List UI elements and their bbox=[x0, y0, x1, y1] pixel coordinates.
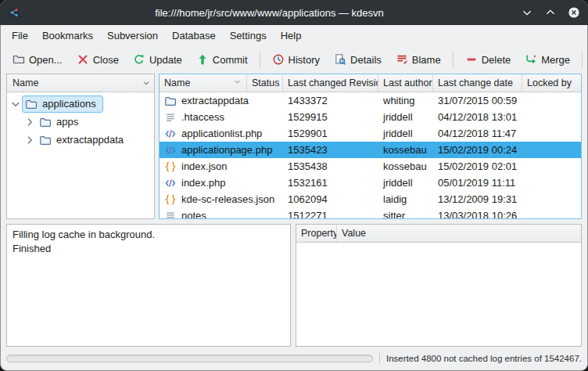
tree-item-label: apps bbox=[56, 116, 78, 128]
folder-open-icon bbox=[13, 53, 25, 66]
tree-item-selection: applications bbox=[22, 95, 103, 113]
file-name: index.php bbox=[181, 177, 225, 189]
file-author: kossebau bbox=[378, 144, 433, 156]
open-button[interactable]: Open... bbox=[6, 49, 69, 70]
file-date: 15/02/2019 02:01 bbox=[433, 160, 522, 172]
menu-help[interactable]: Help bbox=[274, 27, 309, 44]
menu-settings[interactable]: Settings bbox=[223, 27, 274, 44]
kdesvn-window: file:///home/jr/src/www/www/applications… bbox=[0, 0, 588, 371]
tree-item-content: apps bbox=[36, 113, 85, 131]
tree-item-extractappdata[interactable]: extractappdata bbox=[7, 131, 154, 149]
history-button-label: History bbox=[289, 54, 320, 66]
file-row-htaccess[interactable]: .htaccess 1529915 jriddell 04/12/2018 13… bbox=[160, 109, 581, 125]
close-button-label: Close bbox=[93, 54, 119, 66]
window-controls bbox=[520, 6, 580, 20]
file-name: index.json bbox=[181, 160, 228, 172]
statusbar: Inserted 4800 not cached log entries of … bbox=[6, 352, 582, 365]
commit-button-label: Commit bbox=[213, 54, 248, 66]
toolbar-separator bbox=[453, 51, 454, 68]
minimize-button[interactable] bbox=[520, 6, 533, 20]
delete-button[interactable]: Delete bbox=[459, 49, 518, 70]
file-revision: 1529915 bbox=[283, 111, 378, 123]
blame-button[interactable]: Blame bbox=[389, 49, 447, 70]
column-header-date[interactable]: Last change date bbox=[433, 74, 522, 92]
commit-button[interactable]: Commit bbox=[190, 49, 254, 70]
file-date: 05/01/2019 11:11 bbox=[433, 177, 522, 189]
folder-icon bbox=[39, 134, 52, 146]
update-button[interactable]: Update bbox=[127, 49, 188, 70]
menu-bookmarks[interactable]: Bookmarks bbox=[35, 27, 100, 44]
file-row-applicationpage-php[interactable]: applicationpage.php 1535423 kossebau 15/… bbox=[160, 142, 581, 158]
merge-button-label: Merge bbox=[541, 54, 570, 66]
column-header-property[interactable]: Property bbox=[296, 225, 337, 242]
tree-item-apps[interactable]: apps bbox=[7, 113, 154, 131]
expander-open-icon[interactable] bbox=[9, 98, 22, 110]
document-close-icon bbox=[77, 53, 89, 66]
close-button[interactable]: Close bbox=[70, 49, 125, 70]
file-row-notes[interactable]: notes 1512271 sitter 13/03/2018 10:26 bbox=[160, 207, 581, 218]
file-date: 04/12/2018 13:01 bbox=[433, 111, 522, 123]
tree-item-label: extractappdata bbox=[56, 134, 124, 146]
top-split: Name applications bbox=[6, 74, 582, 219]
file-revision: 1433372 bbox=[283, 95, 378, 106]
file-name-cell: extractappdata bbox=[160, 95, 247, 107]
file-date: 13/12/2009 19:31 bbox=[433, 193, 522, 205]
menubar: File Bookmarks Subversion Database Setti… bbox=[0, 25, 588, 45]
expander-closed-icon[interactable] bbox=[23, 134, 36, 146]
maximize-button[interactable] bbox=[543, 6, 557, 20]
merge-button[interactable]: Merge bbox=[518, 49, 576, 70]
file-revision: 1512271 bbox=[283, 210, 378, 218]
column-header-name[interactable]: Name bbox=[160, 74, 247, 92]
file-name-cell: notes bbox=[160, 210, 247, 219]
folder-icon bbox=[164, 95, 177, 107]
column-header-locked[interactable]: Locked by bbox=[522, 74, 581, 92]
tree-item-applications[interactable]: applications bbox=[7, 95, 154, 113]
json-file-icon bbox=[164, 160, 177, 173]
window-title: file:///home/jr/src/www/www/applications… bbox=[27, 7, 512, 19]
php-file-icon bbox=[164, 128, 177, 140]
file-date: 15/02/2019 00:24 bbox=[433, 144, 522, 156]
history-button[interactable]: History bbox=[266, 49, 326, 70]
log-output-panel[interactable]: Filling log cache in background. Finishe… bbox=[6, 224, 291, 347]
log-line-2: Finished bbox=[13, 242, 285, 256]
progress-bar bbox=[6, 355, 373, 362]
php-file-icon bbox=[164, 144, 177, 157]
tree-header-name[interactable]: Name bbox=[7, 74, 138, 92]
column-header-revision[interactable]: Last changed Revision bbox=[283, 74, 378, 92]
file-author: whiting bbox=[378, 95, 433, 106]
expander-closed-icon[interactable] bbox=[23, 116, 36, 128]
file-name-cell: index.json bbox=[160, 160, 247, 173]
details-button-label: Details bbox=[350, 54, 382, 66]
file-name-cell: applicationlist.php bbox=[160, 128, 247, 140]
toolbar-separator bbox=[260, 51, 260, 68]
column-label: Name bbox=[164, 77, 190, 88]
file-row-extractappdata[interactable]: extractappdata 1433372 whiting 31/07/201… bbox=[160, 92, 581, 109]
column-header-author[interactable]: Last author bbox=[378, 74, 433, 92]
kdesvn-app-icon bbox=[8, 6, 20, 19]
file-name: .htaccess bbox=[181, 111, 224, 123]
column-header-value[interactable]: Value bbox=[337, 225, 581, 242]
details-button[interactable]: Details bbox=[328, 49, 388, 70]
php-file-icon bbox=[164, 177, 177, 189]
properties-body[interactable] bbox=[296, 243, 581, 346]
menu-file[interactable]: File bbox=[5, 27, 35, 44]
file-row-index-php[interactable]: index.php 1532161 jriddell 05/01/2019 11… bbox=[160, 175, 581, 191]
menu-database[interactable]: Database bbox=[165, 27, 223, 44]
update-icon bbox=[133, 53, 145, 66]
titlebar[interactable]: file:///home/jr/src/www/www/applications… bbox=[0, 0, 588, 25]
toolbar-separator bbox=[582, 51, 583, 68]
file-revision: 1535438 bbox=[283, 160, 378, 172]
close-window-button[interactable] bbox=[567, 6, 580, 20]
file-row-applicationlist-php[interactable]: applicationlist.php 1529901 jriddell 04/… bbox=[160, 125, 581, 142]
menu-subversion[interactable]: Subversion bbox=[100, 27, 165, 44]
file-author: jriddell bbox=[378, 177, 433, 189]
file-row-kde-sc-releases-json[interactable]: kde-sc-releases.json 1062094 laidig 13/1… bbox=[160, 191, 581, 207]
json-file-icon bbox=[164, 193, 177, 206]
file-revision: 1532161 bbox=[283, 177, 378, 189]
file-list-body: extractappdata 1433372 whiting 31/07/201… bbox=[160, 92, 581, 218]
header-options-button[interactable] bbox=[138, 74, 154, 92]
blame-icon bbox=[396, 53, 408, 66]
column-header-status[interactable]: Status bbox=[247, 74, 283, 92]
properties-header: Property Value bbox=[296, 225, 581, 243]
file-row-index-json[interactable]: index.json 1535438 kossebau 15/02/2019 0… bbox=[160, 158, 581, 175]
